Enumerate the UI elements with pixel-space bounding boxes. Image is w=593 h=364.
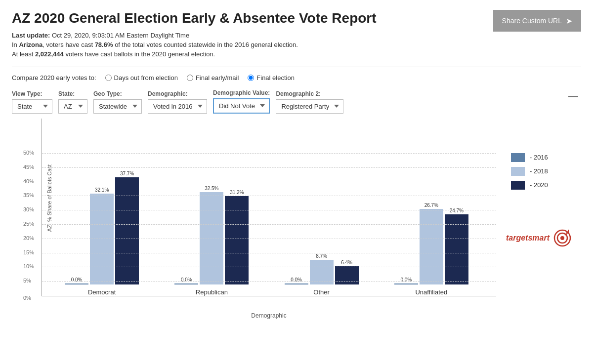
chart-container: AZ: % Share of Ballots Cast 50% 45% 40% … bbox=[12, 119, 501, 319]
state-control: State: AZ CA TX bbox=[58, 90, 87, 114]
ylabel-40: 40% bbox=[23, 178, 34, 184]
gridline-5: 5% bbox=[42, 281, 496, 282]
svg-point-2 bbox=[560, 236, 564, 240]
ylabel-20: 20% bbox=[23, 235, 34, 241]
radio-final-election-input[interactable] bbox=[248, 75, 254, 81]
share-custom-url-button[interactable]: Share Custom URL ➤ bbox=[493, 10, 581, 32]
radio-days-out-label: Days out from election bbox=[114, 74, 178, 81]
last-update-label: Last update: bbox=[12, 32, 50, 39]
legend-2016: - 2016 bbox=[511, 153, 561, 162]
democrat-2020-label: 37.7% bbox=[120, 171, 134, 176]
header: AZ 2020 General Election Early & Absente… bbox=[12, 10, 581, 67]
legend-2016-color bbox=[511, 153, 525, 162]
democrat-2018-wrapper: 32.1% bbox=[90, 187, 114, 284]
targetsmart-icon bbox=[553, 229, 571, 247]
view-type-control: View Type: State County District bbox=[12, 90, 52, 114]
radio-final-early-input[interactable] bbox=[187, 75, 193, 81]
other-x-label: Other bbox=[313, 288, 330, 296]
demographic-control: Demographic: Voted in 2016 Age Gender bbox=[148, 90, 207, 114]
category-democrat: 0.0% 32.1% 37.7% bbox=[65, 171, 139, 296]
ylabel-15: 15% bbox=[23, 249, 34, 255]
unaffiliated-2018-label: 26.7% bbox=[424, 202, 438, 208]
radio-final-election-label: Final election bbox=[256, 74, 295, 81]
unaffiliated-2020-wrapper: 24.7% bbox=[445, 208, 468, 284]
compare-label: Compare 2020 early votes to: bbox=[12, 74, 96, 81]
republican-2016-label: 0.0% bbox=[181, 277, 192, 283]
state-select[interactable]: AZ CA TX bbox=[58, 99, 87, 114]
democrat-bars: 0.0% 32.1% 37.7% bbox=[65, 171, 139, 284]
geo-type-select[interactable]: Statewide County bbox=[93, 99, 142, 114]
summary-prefix: In bbox=[12, 41, 19, 48]
demographic2-select[interactable]: Registered Party Age Gender bbox=[276, 99, 343, 114]
minimize-button[interactable]: — bbox=[565, 89, 581, 103]
category-other: 0.0% 8.7% 6.4% bbox=[285, 253, 359, 296]
radio-final-election[interactable]: Final election bbox=[248, 74, 295, 81]
chart-plot: 50% 45% 40% 35% 30% 25% 20% 15% 10% 5% 0… bbox=[42, 119, 496, 296]
demographic2-control: Demographic 2: Registered Party Age Gend… bbox=[276, 90, 343, 114]
gridline-10: 10% bbox=[42, 267, 496, 267]
other-bars: 0.0% 8.7% 6.4% bbox=[285, 253, 359, 284]
bars-row: 0.0% 32.1% 37.7% bbox=[42, 119, 496, 296]
legend-2020-color bbox=[511, 181, 525, 190]
unaffiliated-2016-label: 0.0% bbox=[400, 277, 412, 283]
targetsmart-text: targetsmart bbox=[506, 234, 550, 243]
democrat-x-label: Democrat bbox=[88, 288, 116, 296]
legend-panel: - 2016 - 2018 - 2020 targetsmart bbox=[501, 119, 581, 319]
summary-state: Arizona bbox=[19, 41, 42, 48]
other-2016-bar bbox=[285, 283, 308, 284]
unaffiliated-2018-wrapper: 26.7% bbox=[420, 202, 443, 284]
compare-row: Compare 2020 early votes to: Days out fr… bbox=[12, 74, 581, 81]
demographic-value-select[interactable]: Did Not Vote Voted bbox=[213, 98, 270, 114]
republican-bars: 0.0% 32.5% 31.2% bbox=[174, 186, 249, 284]
radio-days-out[interactable]: Days out from election bbox=[105, 74, 178, 81]
category-republican: 0.0% 32.5% 31.2% bbox=[174, 186, 249, 296]
demographic-value-control: Demographic Value: Did Not Vote Voted bbox=[213, 89, 270, 114]
radio-final-early-label: Final early/mail bbox=[196, 74, 239, 81]
republican-2020-wrapper: 31.2% bbox=[225, 190, 249, 284]
radio-days-out-input[interactable] bbox=[105, 75, 112, 81]
summary-pct: 78.6% bbox=[95, 41, 113, 48]
gridline-20: 20% bbox=[42, 239, 496, 239]
democrat-2018-bar bbox=[90, 194, 114, 284]
ylabel-0: 0% bbox=[23, 295, 31, 301]
legend-2016-label: - 2016 bbox=[530, 154, 548, 161]
last-update-line: Last update: Oct 29, 2020, 9:03:01 AM Ea… bbox=[12, 32, 493, 39]
gridline-50: 50% bbox=[42, 153, 496, 154]
demographic-select[interactable]: Voted in 2016 Age Gender bbox=[148, 99, 207, 114]
other-2018-wrapper: 8.7% bbox=[310, 253, 334, 284]
legend-2018: - 2018 bbox=[511, 167, 561, 176]
legend-2020: - 2020 bbox=[511, 181, 561, 190]
page: AZ 2020 General Election Early & Absente… bbox=[0, 0, 593, 364]
legend-2018-label: - 2018 bbox=[530, 167, 548, 175]
gridline-35: 35% bbox=[42, 196, 496, 196]
other-2016-label: 0.0% bbox=[291, 277, 302, 283]
democrat-2016-label: 0.0% bbox=[71, 277, 83, 283]
view-type-select[interactable]: State County District bbox=[12, 99, 52, 114]
share-arrow-icon: ➤ bbox=[566, 16, 572, 26]
ylabel-10: 10% bbox=[23, 263, 34, 269]
summary-line1: In Arizona, voters have cast 78.6% of th… bbox=[12, 41, 493, 48]
unaffiliated-x-label: Unaffiliated bbox=[415, 288, 447, 296]
ylabel-50: 50% bbox=[23, 150, 34, 156]
other-2020-bar bbox=[335, 266, 359, 284]
other-2018-label: 8.7% bbox=[316, 253, 327, 259]
targetsmart-branding: targetsmart bbox=[506, 229, 571, 247]
republican-x-label: Republican bbox=[196, 288, 228, 296]
summary-end: of the total votes counted statewide in … bbox=[113, 41, 298, 48]
demographic2-label: Demographic 2: bbox=[276, 90, 343, 97]
chart-area: AZ: % Share of Ballots Cast 50% 45% 40% … bbox=[12, 119, 581, 319]
state-label: State: bbox=[58, 90, 87, 97]
unaffiliated-bars: 0.0% 26.7% 24.7% bbox=[394, 202, 468, 284]
summary-line2: At least 2,022,444 voters have cast ball… bbox=[12, 50, 493, 58]
legend-2020-label: - 2020 bbox=[530, 181, 548, 189]
header-left: AZ 2020 General Election Early & Absente… bbox=[12, 10, 493, 60]
controls-row: View Type: State County District State: … bbox=[12, 89, 581, 114]
summary-atleast: At least bbox=[12, 50, 35, 58]
republican-2018-wrapper: 32.5% bbox=[200, 186, 223, 284]
gridline-15: 15% bbox=[42, 253, 496, 253]
view-type-label: View Type: bbox=[12, 90, 52, 97]
radio-final-early[interactable]: Final early/mail bbox=[187, 74, 239, 81]
last-update-value: Oct 29, 2020, 9:03:01 AM Eastern Dayligh… bbox=[52, 32, 189, 39]
geo-type-label: Geo Type: bbox=[93, 90, 142, 97]
republican-2018-label: 32.5% bbox=[205, 186, 218, 191]
